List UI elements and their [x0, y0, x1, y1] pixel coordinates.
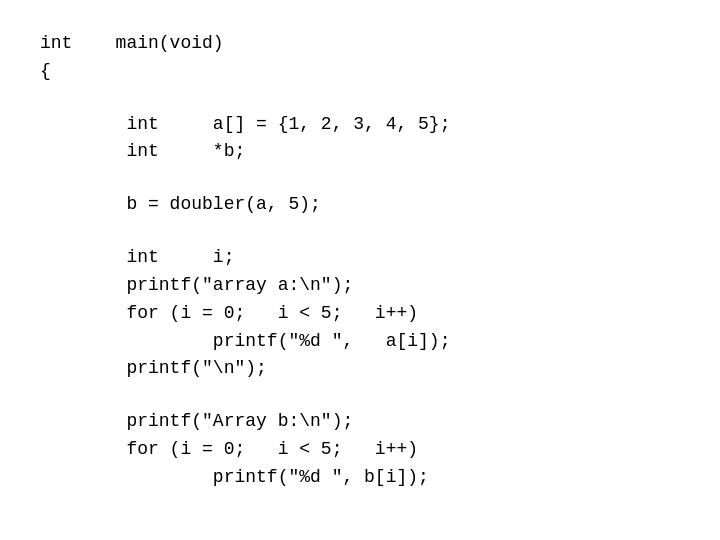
code-line-13: printf("%d ", b[i]); — [40, 464, 680, 492]
code-line-2: { — [40, 58, 680, 86]
code-line-4: int *b; — [40, 138, 680, 166]
blank-line-2 — [40, 166, 680, 191]
code-line-7: printf("array a:\n"); — [40, 272, 680, 300]
code-line-3: int a[] = {1, 2, 3, 4, 5}; — [40, 111, 680, 139]
code-line-1: int main(void) — [40, 30, 680, 58]
code-line-11: printf("Array b:\n"); — [40, 408, 680, 436]
code-line-10: printf("\n"); — [40, 355, 680, 383]
code-line-9: printf("%d ", a[i]); — [40, 328, 680, 356]
blank-line-1 — [40, 86, 680, 111]
blank-line-4 — [40, 383, 680, 408]
code-display: int main(void) { int a[] = {1, 2, 3, 4, … — [0, 0, 720, 522]
code-line-12: for (i = 0; i < 5; i++) — [40, 436, 680, 464]
code-line-6: int i; — [40, 244, 680, 272]
code-line-5: b = doubler(a, 5); — [40, 191, 680, 219]
code-line-8: for (i = 0; i < 5; i++) — [40, 300, 680, 328]
blank-line-3 — [40, 219, 680, 244]
